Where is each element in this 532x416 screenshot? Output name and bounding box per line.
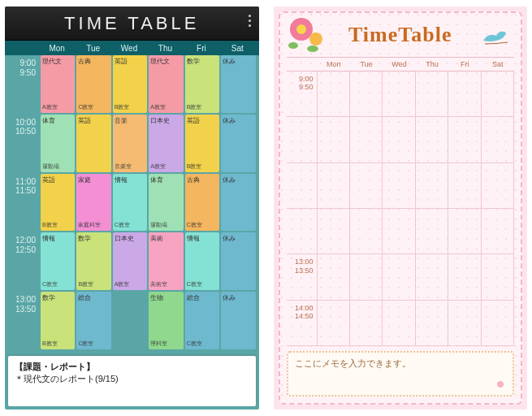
- header: TimeTable: [287, 13, 515, 57]
- memo-line: ＊現代文のレポート(9/15): [15, 373, 249, 385]
- time-label: [287, 117, 318, 162]
- class-cell[interactable]: 現代文A教室: [149, 55, 183, 113]
- class-cell-empty[interactable]: [482, 117, 514, 162]
- class-cell-empty[interactable]: [448, 254, 481, 300]
- class-cell[interactable]: 音楽音楽室: [113, 115, 147, 172]
- time-label: [287, 163, 318, 209]
- bird-icon: [482, 24, 511, 47]
- class-cell-empty[interactable]: [416, 301, 448, 346]
- class-cell-empty[interactable]: [383, 209, 415, 254]
- day-wed: Wed: [111, 44, 147, 53]
- memo-title: 【課題・レポート】: [15, 361, 249, 373]
- class-cell[interactable]: 家庭家庭科室: [76, 174, 110, 232]
- class-cell-empty[interactable]: [318, 117, 350, 162]
- class-cell[interactable]: 体育運動場: [41, 115, 75, 172]
- class-cell-empty[interactable]: [383, 72, 415, 117]
- class-cell[interactable]: 生物理科室: [149, 292, 183, 349]
- time-label: 14:0014:50: [287, 301, 318, 346]
- class-cell[interactable]: 休み: [221, 115, 255, 172]
- class-cell-empty[interactable]: [482, 301, 514, 346]
- memo-box[interactable]: 【課題・レポート】 ＊現代文のレポート(9/15): [8, 356, 256, 406]
- day-tue: Tue: [350, 60, 383, 68]
- class-cell-empty[interactable]: [318, 72, 350, 117]
- svg-point-4: [307, 46, 318, 52]
- day-sat: Sat: [482, 60, 514, 68]
- class-cell-empty[interactable]: [383, 254, 415, 300]
- time-label: 9:009:50: [8, 55, 39, 113]
- class-cell[interactable]: [113, 292, 147, 349]
- timetable-app-dark: TIME TABLE Mon Tue Wed Thu Fri Sat 9:009…: [5, 6, 259, 410]
- class-cell[interactable]: 数学B教室: [41, 292, 75, 349]
- class-cell[interactable]: 数学B教室: [76, 232, 110, 290]
- weekday-header: Mon Tue Wed Thu Fri Sat: [5, 41, 259, 55]
- class-cell-empty[interactable]: [318, 301, 350, 346]
- day-wed: Wed: [383, 60, 415, 68]
- day-fri: Fri: [448, 60, 481, 68]
- class-cell[interactable]: 休み: [221, 292, 255, 349]
- day-tue: Tue: [75, 44, 110, 53]
- class-cell-empty[interactable]: [318, 163, 350, 209]
- app-title: TimeTable: [348, 23, 452, 47]
- class-cell-empty[interactable]: [416, 254, 448, 300]
- class-cell[interactable]: 情報C教室: [185, 232, 219, 290]
- class-cell-empty[interactable]: [416, 163, 448, 209]
- class-cell-empty[interactable]: [350, 72, 383, 117]
- class-cell[interactable]: 日本史A教室: [149, 115, 183, 172]
- class-cell-empty[interactable]: [350, 117, 383, 162]
- class-cell-empty[interactable]: [448, 117, 481, 162]
- app-title: TIME TABLE: [64, 13, 199, 34]
- svg-point-1: [296, 24, 306, 34]
- class-cell-empty[interactable]: [482, 209, 514, 254]
- class-cell[interactable]: 休み: [221, 55, 255, 113]
- class-cell-empty[interactable]: [350, 209, 383, 254]
- time-label: [287, 209, 318, 254]
- class-cell[interactable]: 英語B教室: [113, 55, 147, 113]
- class-cell-empty[interactable]: [482, 254, 514, 300]
- class-cell[interactable]: 休み: [221, 232, 255, 290]
- class-cell-empty[interactable]: [383, 163, 415, 209]
- class-cell[interactable]: 英語: [76, 115, 110, 172]
- class-cell[interactable]: 情報C教室: [41, 232, 75, 290]
- class-cell[interactable]: 美術美術室: [149, 232, 183, 290]
- svg-point-3: [288, 42, 298, 49]
- weekday-header: Mon Tue Wed Thu Fri Sat: [287, 57, 515, 72]
- class-cell[interactable]: 休み: [221, 174, 255, 232]
- header: TIME TABLE: [5, 6, 259, 41]
- class-cell[interactable]: 古典C教室: [185, 174, 219, 232]
- day-thu: Thu: [416, 60, 448, 68]
- timetable-grid: 9:009:50現代文A教室古典C教室英語B教室現代文A教室数学B教室休み10:…: [5, 55, 259, 353]
- class-cell[interactable]: 古典C教室: [76, 55, 110, 113]
- class-cell-empty[interactable]: [350, 163, 383, 209]
- memo-box[interactable]: ここにメモを入力できます。: [287, 351, 515, 396]
- class-cell-empty[interactable]: [448, 209, 481, 254]
- class-cell-empty[interactable]: [383, 117, 415, 162]
- class-cell-empty[interactable]: [318, 254, 350, 300]
- class-cell[interactable]: 数学B教室: [185, 55, 219, 113]
- memo-placeholder: ここにメモを入力できます。: [295, 358, 411, 368]
- class-cell-empty[interactable]: [482, 72, 514, 117]
- class-cell[interactable]: 総合C教室: [185, 292, 219, 349]
- class-cell-empty[interactable]: [448, 72, 481, 117]
- class-cell[interactable]: 日本史A教室: [113, 232, 147, 290]
- overflow-menu-icon[interactable]: [249, 15, 251, 27]
- class-cell-empty[interactable]: [448, 301, 481, 346]
- class-cell[interactable]: 英語B教室: [41, 174, 75, 232]
- day-sat: Sat: [219, 44, 255, 53]
- class-cell-empty[interactable]: [416, 117, 448, 162]
- class-cell-empty[interactable]: [350, 301, 383, 346]
- day-mon: Mon: [39, 44, 75, 53]
- class-cell-empty[interactable]: [448, 163, 481, 209]
- class-cell[interactable]: 体育運動場: [149, 174, 183, 232]
- class-cell-empty[interactable]: [416, 72, 448, 117]
- class-cell-empty[interactable]: [383, 301, 415, 346]
- time-label: 10:0010:50: [8, 115, 39, 172]
- class-cell[interactable]: 情報C教室: [113, 174, 147, 232]
- class-cell-empty[interactable]: [350, 254, 383, 300]
- class-cell[interactable]: 現代文A教室: [41, 55, 75, 113]
- class-cell-empty[interactable]: [318, 209, 350, 254]
- class-cell[interactable]: 総合C教室: [76, 292, 110, 349]
- class-cell[interactable]: 英語B教室: [185, 115, 219, 172]
- time-label: 11:0011:50: [8, 174, 39, 232]
- class-cell-empty[interactable]: [416, 209, 448, 254]
- class-cell-empty[interactable]: [482, 163, 514, 209]
